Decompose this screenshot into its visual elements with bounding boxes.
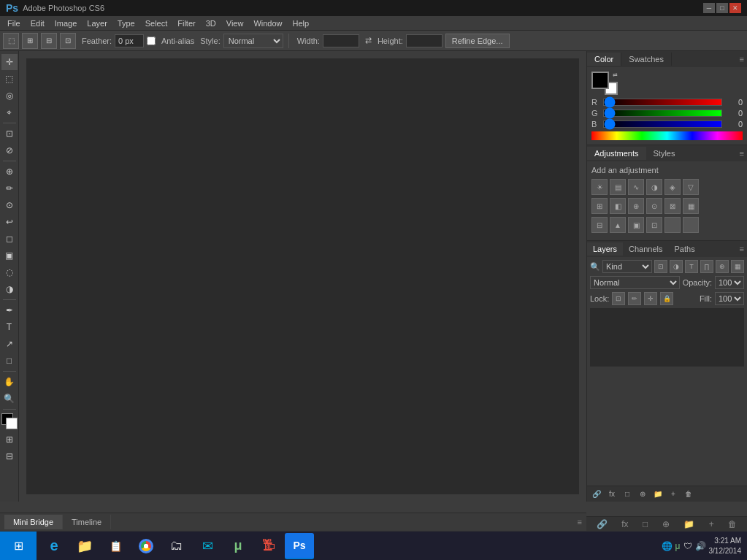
subtract-selection-btn[interactable]: ⊟ bbox=[41, 33, 57, 49]
tray-battery[interactable]: 🔊 bbox=[695, 541, 706, 551]
fill-select[interactable]: 100% 75% 50% bbox=[715, 292, 744, 305]
bottom-panel-options[interactable]: ≡ bbox=[578, 518, 582, 526]
adj-curves[interactable]: ∿ bbox=[628, 179, 644, 195]
blend-mode-select[interactable]: Normal Dissolve Multiply Screen Overlay bbox=[590, 276, 680, 289]
swap-colors[interactable]: ⇄ bbox=[613, 72, 618, 78]
fx-status-btn[interactable]: fx bbox=[621, 519, 628, 529]
minimize-button[interactable]: ─ bbox=[703, 3, 715, 13]
menu-edit[interactable]: Edit bbox=[26, 18, 49, 29]
foreground-background-colors[interactable] bbox=[1, 413, 18, 429]
layer-mask-btn[interactable]: □ bbox=[621, 488, 634, 500]
layers-panel-options[interactable]: ≡ bbox=[737, 245, 747, 253]
new-status-btn[interactable]: + bbox=[709, 519, 714, 529]
swap-icon[interactable]: ⇄ bbox=[365, 36, 372, 45]
adj-channelmixer[interactable]: ⊙ bbox=[646, 198, 662, 214]
menu-image[interactable]: Image bbox=[50, 18, 82, 29]
layer-icon-adjust[interactable]: ◑ bbox=[670, 260, 683, 273]
color-spectrum[interactable] bbox=[591, 131, 743, 140]
tray-network[interactable]: 🌐 bbox=[662, 541, 673, 551]
add-selection-btn[interactable]: ⊞ bbox=[22, 33, 38, 49]
maximize-button[interactable]: □ bbox=[716, 3, 728, 13]
menu-layer[interactable]: Layer bbox=[83, 18, 112, 29]
taskbar-photoshop[interactable]: Ps bbox=[285, 533, 314, 559]
adj-bw[interactable]: ◧ bbox=[610, 198, 626, 214]
tab-adjustments[interactable]: Adjustments bbox=[587, 147, 646, 160]
mask-status-btn[interactable]: □ bbox=[643, 519, 648, 529]
tab-timeline[interactable]: Timeline bbox=[63, 515, 111, 529]
adj-threshold[interactable]: ▲ bbox=[610, 217, 626, 233]
layer-icon-smart[interactable]: ⊕ bbox=[716, 260, 729, 273]
refine-edge-button[interactable]: Refine Edge... bbox=[445, 34, 510, 48]
hand-tool[interactable]: ✋ bbox=[1, 374, 18, 390]
adj-gradientmap[interactable]: ▣ bbox=[628, 217, 644, 233]
taskbar-explorer[interactable]: 📁 bbox=[70, 533, 99, 559]
adj-selectivecolor[interactable]: ⊡ bbox=[646, 217, 662, 233]
layer-kind-select[interactable]: Kind Name Effect Mode Attribute Color bbox=[602, 260, 652, 273]
layer-folder-btn[interactable]: 📁 bbox=[651, 488, 664, 500]
tray-clock[interactable]: 3:21 AM 3/12/2014 bbox=[709, 536, 742, 556]
adj-posterize[interactable]: ⊟ bbox=[591, 217, 608, 233]
delete-status-btn[interactable]: 🗑 bbox=[728, 519, 737, 529]
adj-brightness[interactable]: ☀ bbox=[591, 179, 608, 195]
tab-color[interactable]: Color bbox=[587, 53, 621, 66]
layer-icon-shape[interactable]: ∏ bbox=[700, 260, 713, 273]
start-button[interactable]: ⊞ bbox=[0, 532, 37, 561]
adjustments-panel-options[interactable]: ≡ bbox=[737, 149, 747, 158]
tab-paths[interactable]: Paths bbox=[669, 242, 701, 256]
menu-type[interactable]: Type bbox=[113, 18, 139, 29]
adj-colorbalance[interactable]: ⊞ bbox=[591, 198, 608, 214]
width-input[interactable] bbox=[323, 34, 359, 47]
move-tool[interactable]: ✛ bbox=[1, 54, 18, 70]
rectangle-tool[interactable]: □ bbox=[1, 353, 18, 369]
tab-layers[interactable]: Layers bbox=[587, 242, 623, 256]
layer-icon-pixel[interactable]: ⊡ bbox=[654, 260, 667, 273]
adj-status-btn[interactable]: ⊕ bbox=[662, 519, 670, 529]
taskbar-ie[interactable]: e bbox=[39, 533, 69, 559]
r-slider[interactable] bbox=[603, 99, 722, 106]
eraser-tool[interactable]: ◻ bbox=[1, 231, 18, 247]
menu-view[interactable]: View bbox=[222, 18, 248, 29]
style-select[interactable]: Normal Fixed Ratio Fixed Size bbox=[223, 34, 283, 48]
layer-delete-btn[interactable]: 🗑 bbox=[682, 488, 695, 500]
tab-channels[interactable]: Channels bbox=[623, 242, 668, 256]
tab-mini-bridge[interactable]: Mini Bridge bbox=[4, 515, 63, 529]
adj-invert[interactable]: ▦ bbox=[683, 198, 699, 214]
menu-help[interactable]: Help bbox=[288, 18, 314, 29]
layer-icon-new[interactable]: ▦ bbox=[731, 260, 744, 273]
taskbar-notepad[interactable]: 📋 bbox=[101, 533, 130, 559]
dodge-tool[interactable]: ◑ bbox=[1, 281, 18, 297]
close-button[interactable]: ✕ bbox=[729, 3, 741, 13]
menu-file[interactable]: File bbox=[3, 18, 25, 29]
lock-move-btn[interactable]: ✛ bbox=[644, 292, 657, 305]
history-brush[interactable]: ↩ bbox=[1, 214, 18, 230]
feather-input[interactable] bbox=[115, 34, 144, 47]
adj-levels[interactable]: ▤ bbox=[610, 179, 626, 195]
selection-mode-btn[interactable]: ⬚ bbox=[3, 33, 19, 49]
menu-3d[interactable]: 3D bbox=[202, 18, 221, 29]
zoom-tool[interactable]: 🔍 bbox=[1, 391, 18, 407]
lock-position-btn[interactable]: ✏ bbox=[628, 292, 641, 305]
intersect-selection-btn[interactable]: ⊡ bbox=[60, 33, 76, 49]
layer-adj-btn[interactable]: ⊕ bbox=[636, 488, 649, 500]
adj-photofilter[interactable]: ⊕ bbox=[628, 198, 644, 214]
tray-torrent2[interactable]: μ bbox=[675, 541, 681, 551]
quick-mask-tool[interactable]: ⊞ bbox=[1, 431, 18, 448]
tab-swatches[interactable]: Swatches bbox=[621, 53, 672, 66]
height-input[interactable] bbox=[406, 34, 443, 47]
brush-tool[interactable]: ✏ bbox=[1, 180, 18, 196]
taskbar-archive[interactable]: 🗜 bbox=[254, 533, 283, 559]
lock-pixels-btn[interactable]: ⊡ bbox=[612, 292, 625, 305]
menu-window[interactable]: Window bbox=[249, 18, 286, 29]
menu-select[interactable]: Select bbox=[141, 18, 172, 29]
lock-all-btn[interactable]: 🔒 bbox=[660, 292, 673, 305]
layer-new-btn[interactable]: + bbox=[667, 488, 680, 500]
b-slider[interactable] bbox=[603, 120, 722, 128]
path-select-tool[interactable]: ↗ bbox=[1, 336, 18, 352]
clone-tool[interactable]: ⊙ bbox=[1, 197, 18, 213]
blur-tool[interactable]: ◌ bbox=[1, 264, 18, 280]
magic-wand-tool[interactable]: ⌖ bbox=[1, 104, 18, 120]
color-panel-options[interactable]: ≡ bbox=[737, 55, 747, 64]
layer-icon-type[interactable]: T bbox=[685, 260, 698, 273]
type-tool[interactable]: T bbox=[1, 319, 18, 335]
taskbar-torrent[interactable]: μ bbox=[223, 533, 253, 559]
